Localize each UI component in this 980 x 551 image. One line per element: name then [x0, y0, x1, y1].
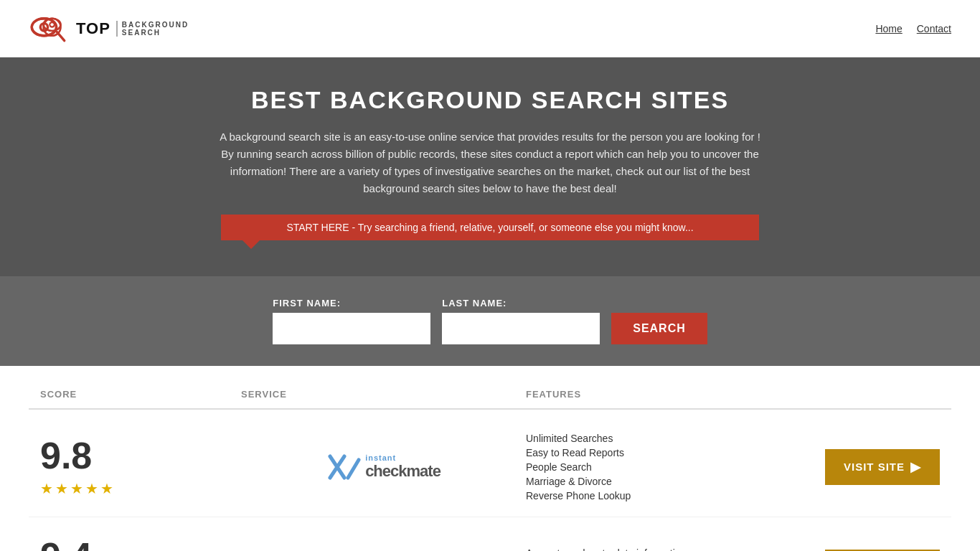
logo-sub2: SEARCH	[122, 29, 189, 37]
star-3: ★	[70, 480, 83, 497]
search-button[interactable]: SEARCH	[611, 313, 707, 344]
star-rating: ★ ★ ★ ★ ★	[40, 480, 113, 497]
table-row: 9.4 ★ ★ ★ ★ ★ People Looker Accurate and…	[29, 517, 951, 551]
checkmate-text: checkmate	[365, 462, 440, 481]
first-name-input[interactable]	[273, 313, 430, 344]
score-column: 9.4 ★ ★ ★ ★ ★	[40, 537, 241, 552]
col-header-features: FEATURES	[526, 389, 811, 400]
feature-item: Reverse Phone Lookup	[526, 490, 811, 501]
score-column: 9.8 ★ ★ ★ ★ ★	[40, 437, 241, 497]
table-row: 9.8 ★ ★ ★ ★ ★ inst	[29, 417, 951, 517]
logo-icon	[29, 9, 72, 48]
main-nav: Home Contact	[875, 23, 951, 34]
logo-sub1: BACKGROUND	[122, 21, 189, 29]
star-5: ★	[100, 480, 113, 497]
arrow-icon: ▶	[910, 459, 921, 475]
first-name-label: FIRST NAME:	[273, 298, 430, 309]
hero-description: A background search site is an easy-to-u…	[217, 128, 763, 197]
site-header: TOP BACKGROUND SEARCH Home Contact	[0, 0, 980, 57]
instant-checkmate-logo: instant checkmate	[326, 453, 440, 481]
visit-btn-label: VISIT SITE	[844, 461, 905, 473]
feature-item: Easy to Read Reports	[526, 447, 811, 458]
nav-home[interactable]: Home	[875, 23, 902, 34]
callout-banner: START HERE - Try searching a friend, rel…	[221, 215, 759, 240]
first-name-field: FIRST NAME:	[273, 298, 430, 344]
search-form-section: FIRST NAME: LAST NAME: SEARCH	[0, 276, 980, 366]
visit-column: VISIT SITE ▶	[811, 449, 940, 485]
feature-item: Marriage & Divorce	[526, 476, 811, 487]
feature-item: Accurate and up-to-date information	[526, 547, 811, 552]
svg-point-6	[50, 23, 53, 26]
callout-text: START HERE - Try searching a friend, rel…	[286, 222, 693, 233]
col-header-score: SCORE	[40, 389, 241, 400]
last-name-label: LAST NAME:	[442, 298, 600, 309]
col-header-action	[811, 389, 940, 400]
star-1: ★	[40, 480, 53, 497]
feature-item: People Search	[526, 461, 811, 473]
visit-site-button-1[interactable]: VISIT SITE ▶	[825, 449, 940, 485]
service-column: instant checkmate	[241, 453, 526, 481]
last-name-input[interactable]	[442, 313, 600, 344]
search-form: FIRST NAME: LAST NAME: SEARCH	[203, 298, 777, 344]
star-2: ★	[55, 480, 68, 497]
hero-section: BEST BACKGROUND SEARCH SITES A backgroun…	[0, 57, 980, 276]
star-4: ★	[85, 480, 98, 497]
feature-item: Unlimited Searches	[526, 433, 811, 444]
logo-top-text: TOP	[76, 19, 110, 38]
score-value: 9.4	[40, 537, 92, 552]
svg-line-11	[348, 460, 359, 478]
logo: TOP BACKGROUND SEARCH	[29, 9, 189, 48]
col-header-service: SERVICE	[241, 389, 526, 400]
table-header-row: SCORE SERVICE FEATURES	[29, 380, 951, 410]
hero-title: BEST BACKGROUND SEARCH SITES	[14, 86, 966, 114]
nav-contact[interactable]: Contact	[917, 23, 951, 34]
instant-text: instant	[365, 453, 440, 462]
results-table: SCORE SERVICE FEATURES 9.8 ★ ★ ★ ★ ★	[0, 366, 980, 551]
features-column: Accurate and up-to-date information Unli…	[526, 547, 811, 552]
checkmate-icon	[326, 453, 362, 481]
logo-text: TOP BACKGROUND SEARCH	[76, 19, 189, 38]
features-column: Unlimited Searches Easy to Read Reports …	[526, 433, 811, 501]
score-value: 9.8	[40, 437, 92, 474]
last-name-field: LAST NAME:	[442, 298, 600, 344]
